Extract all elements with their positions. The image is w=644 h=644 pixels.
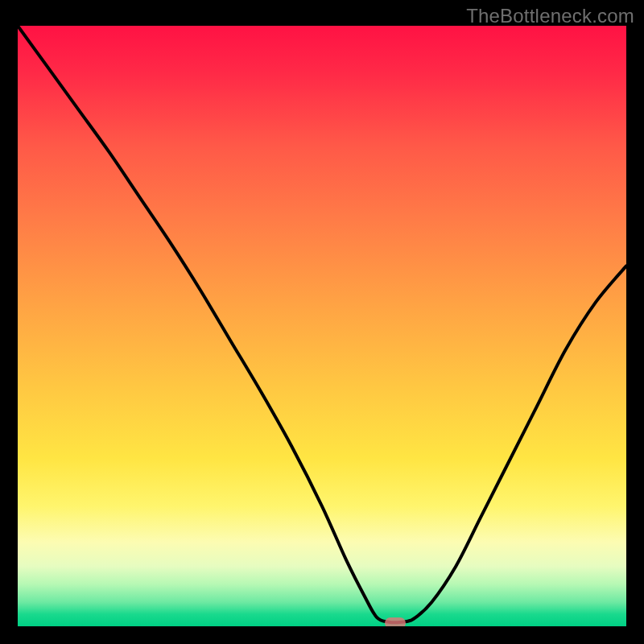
bottleneck-curve <box>18 26 626 626</box>
axis-border-left <box>0 0 18 644</box>
plot-area <box>18 26 626 626</box>
chart-frame: TheBottleneck.com <box>0 0 644 644</box>
optimal-marker <box>385 617 406 626</box>
axis-border-bottom <box>0 626 644 644</box>
axis-border-right <box>626 0 644 644</box>
watermark-text: TheBottleneck.com <box>466 5 634 27</box>
